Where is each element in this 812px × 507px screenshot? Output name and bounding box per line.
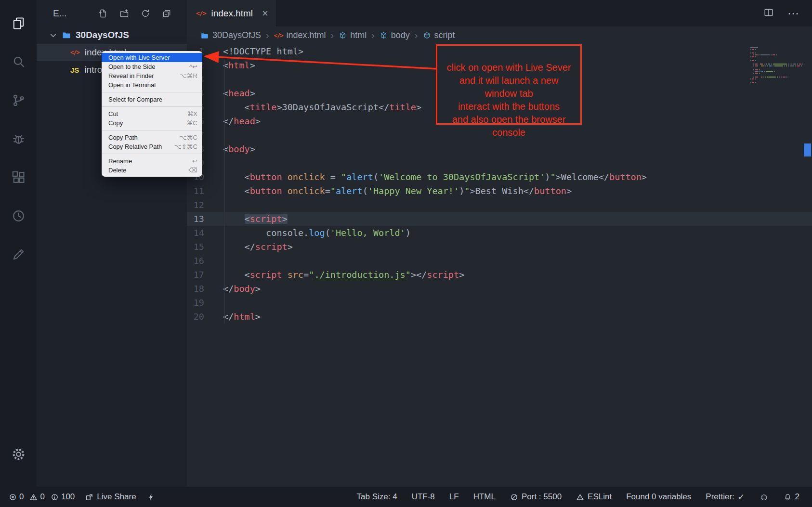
breadcrumb-item-body[interactable]: body <box>380 30 410 40</box>
breadcrumb: 30DaysOfJS › </> index.html › html › bod… <box>187 26 812 44</box>
code-line-20[interactable]: 20</html> <box>187 310 812 324</box>
html-file-icon: </> <box>274 32 283 39</box>
info-count: 100 <box>61 492 75 502</box>
close-icon[interactable]: × <box>262 8 268 19</box>
port-icon <box>510 493 518 501</box>
code-line-18[interactable]: 18</body> <box>187 282 812 296</box>
symbol-cube-icon <box>423 31 431 39</box>
code-line-8[interactable]: 8<body> <box>187 142 812 156</box>
menu-item-open-in-terminal[interactable]: Open in Terminal <box>102 80 202 90</box>
code-line-15[interactable]: 15 </script> <box>187 240 812 254</box>
prettier-indicator[interactable]: Prettier: ✓ <box>706 492 745 502</box>
chevron-down-icon <box>49 31 57 39</box>
annotation-box: click on open with Live Sever and it wil… <box>436 44 582 125</box>
info-icon <box>51 493 59 501</box>
code-line-16[interactable]: 16 <box>187 254 812 268</box>
explorer-pane-header: E... <box>37 0 187 26</box>
breadcrumb-separator: › <box>266 30 269 41</box>
vscode-window: E... 30DaysOfJS </> index.html <box>0 0 812 507</box>
menu-item-copy-relative-path[interactable]: Copy Relative Path⌥⇧⌘C <box>102 142 202 151</box>
breadcrumb-label: 30DaysOfJS <box>212 30 261 40</box>
menu-item-reveal-in-finder[interactable]: Reveal in Finder⌥⌘R <box>102 71 202 80</box>
encoding-indicator[interactable]: UTF-8 <box>412 492 435 502</box>
settings-gear-icon[interactable] <box>0 435 37 473</box>
folder-row-30daysofjs[interactable]: 30DaysOfJS <box>37 26 187 44</box>
code-line-11[interactable]: 11 <button onclick="alert('Happy New Yea… <box>187 184 812 198</box>
breadcrumb-separator: › <box>415 30 418 41</box>
tab-index-html[interactable]: </> index.html × <box>187 0 276 26</box>
breadcrumb-separator: › <box>330 30 334 41</box>
code-line-9[interactable]: 9 <box>187 156 812 170</box>
warning-icon <box>576 493 584 501</box>
live-share-button[interactable]: Live Share <box>85 492 136 502</box>
more-actions-icon[interactable]: ⋯ <box>787 7 799 20</box>
breadcrumb-item-script[interactable]: script <box>423 30 455 40</box>
extensions-icon[interactable] <box>0 158 37 196</box>
run-debug-icon[interactable] <box>0 119 37 158</box>
code-line-13[interactable]: 13 <script> <box>187 212 812 226</box>
tab-bar: </> index.html × ⋯ <box>187 0 812 26</box>
code-line-12[interactable]: 12 <box>187 198 812 212</box>
menu-item-copy[interactable]: Copy⌘C <box>102 118 202 128</box>
symbol-cube-icon <box>380 31 388 39</box>
eslint-indicator[interactable]: ESLint <box>576 492 612 502</box>
code-line-10[interactable]: 10 <button onclick = "alert('Welcome to … <box>187 170 812 184</box>
breadcrumb-item-folder[interactable]: 30DaysOfJS <box>200 30 261 40</box>
error-count: 0 <box>19 492 24 502</box>
warning-icon <box>29 493 38 501</box>
feedback-smiley-icon[interactable]: ☺ <box>759 492 769 503</box>
overview-ruler-marker <box>804 143 811 156</box>
breadcrumb-label: html <box>350 30 367 40</box>
menu-item-delete[interactable]: Delete⌫ <box>102 166 202 175</box>
port-label: Port : 5500 <box>522 492 562 502</box>
problems-indicator[interactable]: 0 0 100 <box>9 492 75 502</box>
symbol-cube-icon <box>339 31 347 39</box>
menu-item-rename[interactable]: Rename↩ <box>102 156 202 166</box>
js-file-icon: JS <box>70 66 79 74</box>
minimap[interactable] <box>750 47 804 84</box>
split-editor-icon[interactable] <box>763 7 774 20</box>
code-line-19[interactable]: 19 <box>187 296 812 310</box>
context-menu: Open with Live ServerOpen to the Side^↩R… <box>102 51 202 177</box>
menu-item-select-for-compare[interactable]: Select for Compare <box>102 95 202 104</box>
eol-indicator[interactable]: LF <box>449 492 459 502</box>
edit-pen-icon[interactable] <box>0 235 37 273</box>
menu-item-copy-path[interactable]: Copy Path⌥⌘C <box>102 133 202 142</box>
breadcrumb-label: body <box>391 30 410 40</box>
variables-indicator[interactable]: Found 0 variables <box>626 492 691 502</box>
status-bar: 0 0 100 Live Share Tab Size: 4 <box>0 487 812 507</box>
menu-item-cut[interactable]: Cut⌘X <box>102 109 202 118</box>
history-icon[interactable] <box>0 196 37 235</box>
lightning-icon[interactable] <box>147 493 155 501</box>
check-icon: ✓ <box>738 492 745 502</box>
explorer-title: E... <box>53 8 67 19</box>
code-line-14[interactable]: 14 console.log('Hello, World') <box>187 226 812 240</box>
breadcrumb-item-html[interactable]: html <box>339 30 367 40</box>
folder-icon <box>62 30 71 40</box>
live-share-label: Live Share <box>97 492 136 502</box>
tab-size-indicator[interactable]: Tab Size: 4 <box>357 492 397 502</box>
refresh-icon[interactable] <box>141 9 150 18</box>
menu-item-open-with-live-server[interactable]: Open with Live Server <box>102 53 202 62</box>
search-icon[interactable] <box>0 42 37 81</box>
language-indicator[interactable]: HTML <box>473 492 496 502</box>
new-file-icon[interactable] <box>98 9 108 18</box>
port-indicator[interactable]: Port : 5500 <box>510 492 562 502</box>
activity-bar <box>0 0 37 487</box>
collapse-all-icon[interactable] <box>162 9 171 18</box>
breadcrumb-item-file[interactable]: </> index.html <box>274 30 326 40</box>
new-folder-icon[interactable] <box>119 9 129 18</box>
source-control-icon[interactable] <box>0 81 37 119</box>
indent-guide <box>224 59 225 324</box>
html-file-icon: </> <box>70 49 79 56</box>
warning-count: 0 <box>40 492 44 502</box>
folder-label: 30DaysOfJS <box>76 30 129 40</box>
code-line-17[interactable]: 17 <script src="./introduction.js"></scr… <box>187 268 812 282</box>
explorer-icon[interactable] <box>0 4 37 42</box>
notification-count: 2 <box>795 492 799 502</box>
html-file-icon: </> <box>196 10 206 17</box>
tab-label: index.html <box>211 8 253 19</box>
notifications-bell[interactable]: 2 <box>784 492 799 502</box>
menu-item-open-to-the-side[interactable]: Open to the Side^↩ <box>102 62 202 71</box>
breadcrumb-label: script <box>434 30 455 40</box>
